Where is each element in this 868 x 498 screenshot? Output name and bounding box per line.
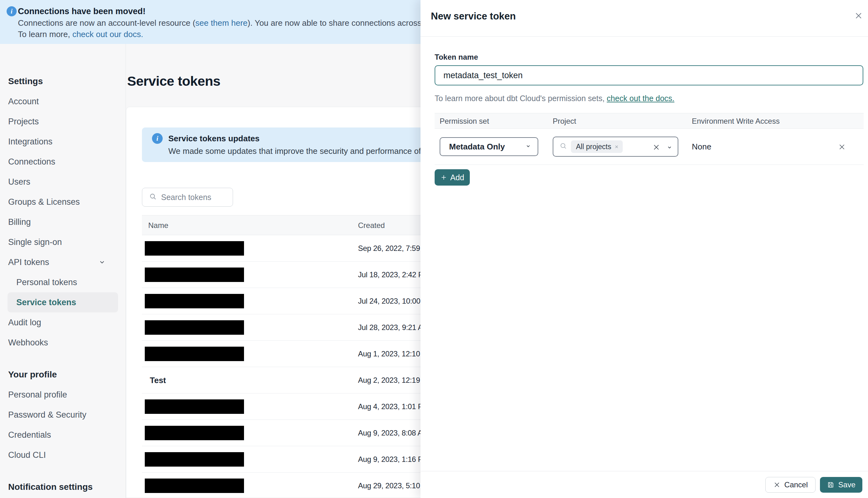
search-icon (560, 142, 567, 151)
remove-row-icon[interactable] (838, 143, 846, 151)
sidebar-item-label: Password & Security (8, 410, 87, 419)
sidebar-item-integrations[interactable]: Integrations (0, 132, 126, 152)
column-header-permission-set: Permission set (440, 113, 489, 129)
cancel-button[interactable]: Cancel (765, 477, 816, 493)
redacted-token-name (145, 294, 244, 309)
sidebar-item-label: Personal profile (8, 390, 67, 399)
token-name-label: Token name (435, 53, 863, 62)
close-icon (773, 481, 781, 488)
permission-docs-line: To learn more about dbt Cloud's permissi… (435, 94, 863, 103)
drawer-footer: Cancel Save (421, 471, 868, 498)
token-name-input[interactable] (435, 65, 863, 86)
sidebar-item-label: Integrations (8, 137, 52, 146)
cancel-button-label: Cancel (785, 481, 808, 489)
settings-sidebar: SettingsAccountProjectsIntegrationsConne… (0, 44, 126, 498)
sidebar-item-label: Billing (8, 217, 31, 227)
sidebar-item-account[interactable]: Account (0, 91, 126, 112)
chevron-down-icon (98, 259, 106, 266)
sidebar-item-label: Groups & Licenses (8, 197, 80, 207)
plus-icon (440, 174, 447, 181)
redacted-token-name (145, 347, 244, 361)
sidebar-item-users[interactable]: Users (0, 172, 126, 192)
check-out-our-docs-link[interactable]: check out our docs. (72, 29, 143, 39)
sidebar-heading-notification-settings: Notification settings (0, 477, 126, 497)
sidebar-item-label: Personal tokens (16, 278, 77, 287)
sidebar-item-label: Users (8, 177, 30, 186)
save-icon (827, 481, 834, 488)
project-chip[interactable]: All projects (571, 140, 623, 153)
sidebar-item-connections[interactable]: Connections (0, 152, 126, 172)
search-tokens-input[interactable]: Search tokens (142, 188, 233, 207)
sidebar-item-projects[interactable]: Projects (0, 112, 126, 132)
sidebar-heading-your-profile: Your profile (0, 365, 126, 385)
sidebar-item-api-tokens[interactable]: API tokens (0, 252, 126, 272)
close-icon[interactable] (854, 11, 864, 21)
token-name: Test (150, 367, 166, 393)
page-title: Service tokens (127, 74, 221, 89)
redacted-token-name (145, 320, 244, 335)
redacted-token-name (145, 426, 244, 440)
sidebar-item-personal-tokens[interactable]: Personal tokens (0, 272, 126, 292)
chevron-down-icon (525, 143, 531, 150)
project-chip-label: All projects (576, 143, 611, 151)
sidebar-item-label: API tokens (8, 258, 49, 267)
save-button[interactable]: Save (820, 477, 862, 493)
sidebar-item-label: Account (8, 97, 39, 106)
sidebar-item-password-security[interactable]: Password & Security (0, 405, 126, 425)
sidebar-item-billing[interactable]: Billing (0, 212, 126, 232)
chevron-down-icon (666, 144, 673, 150)
redacted-token-name (145, 452, 244, 467)
environment-write-access-value: None (692, 129, 711, 165)
column-header-created: Created (358, 215, 385, 236)
search-icon (149, 193, 157, 201)
redacted-token-name (145, 241, 244, 255)
sidebar-item-label: Connections (8, 157, 55, 167)
add-permission-button[interactable]: Add (435, 169, 470, 186)
project-select[interactable]: All projects (553, 136, 678, 157)
column-header-project: Project (553, 113, 576, 129)
sidebar-item-credentials[interactable]: Credentials (0, 425, 126, 445)
check-out-the-docs-link[interactable]: check out the docs. (607, 94, 674, 103)
redacted-token-name (145, 479, 244, 493)
sidebar-item-single-sign-on[interactable]: Single sign-on (0, 232, 126, 252)
sidebar-item-cloud-cli[interactable]: Cloud CLI (0, 445, 126, 465)
drawer-header: New service token (421, 0, 868, 37)
chip-remove-icon (614, 144, 619, 149)
sidebar-heading-settings: Settings (0, 71, 126, 91)
permissions-table-header: Permission set Project Environment Write… (435, 113, 864, 129)
sidebar-item-label: Webhooks (8, 338, 48, 347)
banner-text: To learn more, (18, 29, 72, 39)
sidebar-item-label: Credentials (8, 430, 51, 440)
redacted-token-name (145, 399, 244, 414)
banner-text: Connections are now an account-level res… (18, 18, 195, 28)
sidebar-item-label: Service tokens (16, 298, 76, 307)
redacted-token-name (145, 267, 244, 282)
drawer-title: New service token (431, 11, 516, 22)
sidebar-item-personal-profile[interactable]: Personal profile (0, 385, 126, 405)
sidebar-item-label: Single sign-on (8, 237, 62, 247)
docs-text: To learn more about dbt Cloud's permissi… (435, 94, 607, 103)
sidebar-item-label: Cloud CLI (8, 450, 46, 460)
dbt-cloud-app: i Connections have been moved! Connectio… (0, 0, 868, 498)
sidebar-item-label: Audit log (8, 318, 41, 327)
sidebar-item-label: Projects (8, 117, 39, 126)
search-placeholder: Search tokens (161, 193, 211, 202)
info-icon: i (152, 133, 163, 144)
sidebar-item-webhooks[interactable]: Webhooks (0, 332, 126, 353)
save-button-label: Save (838, 481, 855, 489)
drawer-body: Token name To learn more about dbt Cloud… (421, 53, 868, 186)
sidebar-item-audit-log[interactable]: Audit log (0, 312, 126, 332)
see-them-here-link[interactable]: see them here (195, 18, 248, 28)
sidebar-item-groups-licenses[interactable]: Groups & Licenses (0, 192, 126, 212)
permission-row: Metadata Only All projects (435, 129, 864, 165)
permission-set-select[interactable]: Metadata Only (440, 137, 538, 156)
add-button-label: Add (450, 173, 464, 182)
column-header-environment-write-access: Environment Write Access (692, 113, 780, 129)
permission-set-value: Metadata Only (449, 142, 525, 152)
sidebar-item-service-tokens[interactable]: Service tokens (8, 292, 118, 312)
new-service-token-drawer: New service token Token name To learn mo… (421, 0, 868, 498)
info-icon: i (6, 6, 17, 16)
column-header-name: Name (148, 215, 168, 236)
clear-selection-icon[interactable] (653, 144, 660, 151)
